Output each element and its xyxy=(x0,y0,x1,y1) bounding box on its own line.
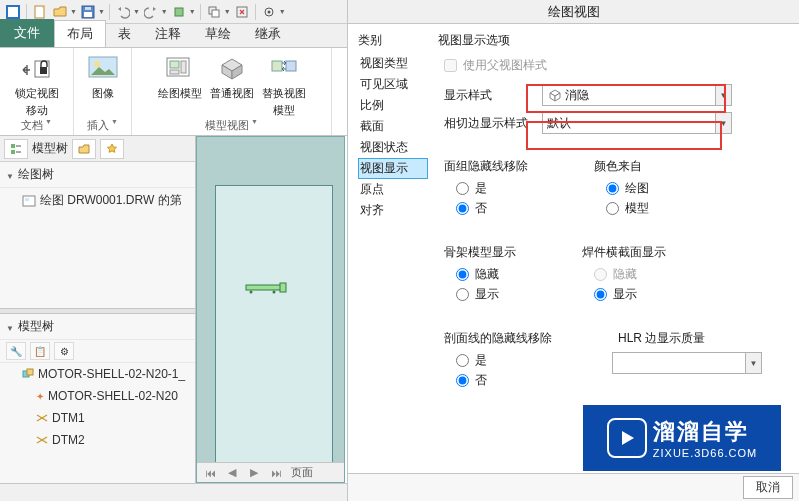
face-hidden-yes-radio[interactable] xyxy=(456,182,469,195)
ribbon-tab-table[interactable]: 表 xyxy=(106,21,143,47)
chevron-down-icon[interactable]: ▼ xyxy=(133,8,140,15)
qat-new-icon[interactable] xyxy=(31,3,49,21)
chevron-down-icon[interactable]: ▼ xyxy=(279,8,286,15)
qat-redo-icon[interactable] xyxy=(142,3,160,21)
color-from-model-radio[interactable] xyxy=(606,202,619,215)
chevron-down-icon[interactable]: ▼ xyxy=(70,8,77,15)
model-glyph-icon xyxy=(244,282,290,294)
nav-page-label[interactable]: 页面 xyxy=(291,465,313,480)
cat-visible-area[interactable]: 可见区域 xyxy=(358,74,428,95)
ribbon-tab-inherit[interactable]: 继承 xyxy=(243,21,293,47)
model-tree-header[interactable]: 模型树 xyxy=(0,314,195,340)
chevron-down-icon[interactable]: ▼ xyxy=(161,8,168,15)
svg-rect-21 xyxy=(11,144,15,148)
qat-settings-icon[interactable] xyxy=(260,3,278,21)
image-icon xyxy=(87,52,119,84)
fav-tab-icon[interactable] xyxy=(100,139,124,159)
skeleton-hide-radio[interactable] xyxy=(456,268,469,281)
swap-model-icon xyxy=(268,52,300,84)
skeleton-title: 骨架模型显示 xyxy=(444,244,516,261)
drawing-item-label: 绘图 DRW0001.DRW 的第 xyxy=(40,192,182,209)
sheet-nav: ⏮ ◀ ▶ ⏭ 页面 xyxy=(197,462,344,482)
hatch-no-radio[interactable] xyxy=(456,374,469,387)
qat-save-icon[interactable] xyxy=(79,3,97,21)
chevron-down-icon[interactable]: ▼ xyxy=(715,113,731,133)
lock-view-move-button[interactable]: 锁定视图 移动 xyxy=(15,52,59,118)
weld-cs-title: 焊件横截面显示 xyxy=(582,244,666,261)
chevron-down-icon[interactable]: ▼ xyxy=(224,8,231,15)
tree-tab-label[interactable]: 模型树 xyxy=(32,140,68,157)
dialog-title: 绘图视图 xyxy=(348,0,799,24)
watermark-brand: 溜溜自学 xyxy=(653,417,749,447)
no-label: 否 xyxy=(475,200,487,217)
use-parent-checkbox[interactable] xyxy=(444,59,457,72)
tangent-style-combo[interactable]: 默认 ▼ xyxy=(542,112,732,134)
nav-prev-icon[interactable]: ◀ xyxy=(225,466,239,479)
qat-blue-square-icon[interactable] xyxy=(4,3,22,21)
qat-undo-icon[interactable] xyxy=(114,3,132,21)
image-label: 图像 xyxy=(92,86,114,101)
tool-2-icon[interactable]: 📋 xyxy=(30,342,50,360)
svg-rect-17 xyxy=(181,61,186,73)
ribbon-tab-sketch[interactable]: 草绘 xyxy=(193,21,243,47)
cancel-button[interactable]: 取消 xyxy=(743,476,793,499)
qat-close-icon[interactable] xyxy=(233,3,251,21)
ribbon-tab-layout[interactable]: 布局 xyxy=(54,20,106,47)
color-from-drawing-radio[interactable] xyxy=(606,182,619,195)
image-button[interactable]: 图像 xyxy=(87,52,119,116)
weld-hide-label: 隐藏 xyxy=(613,266,637,283)
svg-rect-7 xyxy=(212,10,219,17)
weld-show-label: 显示 xyxy=(613,286,637,303)
nav-first-icon[interactable]: ⏮ xyxy=(203,467,217,479)
face-hidden-no-radio[interactable] xyxy=(456,202,469,215)
ribbon-tab-annotate[interactable]: 注释 xyxy=(143,21,193,47)
ribbon-tab-file[interactable]: 文件 xyxy=(0,19,54,47)
cat-origin[interactable]: 原点 xyxy=(358,179,428,200)
cat-scale[interactable]: 比例 xyxy=(358,95,428,116)
tool-3-icon[interactable]: ⚙ xyxy=(54,342,74,360)
tangent-style-row: 相切边显示样式 默认 ▼ xyxy=(444,112,789,134)
weld-hide-radio xyxy=(594,268,607,281)
hatch-yes-label: 是 xyxy=(475,352,487,369)
cat-view-type[interactable]: 视图类型 xyxy=(358,53,428,74)
hlr-combo[interactable]: ▼ xyxy=(612,352,762,374)
hlr-title: HLR 边显示质量 xyxy=(618,330,762,347)
chevron-down-icon[interactable]: ▼ xyxy=(98,8,105,15)
chevron-down-icon[interactable]: ▼ xyxy=(45,118,52,133)
nav-last-icon[interactable]: ⏭ xyxy=(269,467,283,479)
normal-view-button[interactable]: 普通视图 xyxy=(210,52,254,116)
drawing-sheet[interactable] xyxy=(215,185,333,477)
display-style-combo[interactable]: 消隐 ▼ xyxy=(542,84,732,106)
model-tree-asm1[interactable]: MOTOR-SHELL-02-N20-1_ xyxy=(0,363,195,385)
drawing-canvas[interactable]: ⏮ ◀ ▶ ⏭ 页面 xyxy=(196,136,345,483)
cat-view-state[interactable]: 视图状态 xyxy=(358,137,428,158)
model-tree-dtm1[interactable]: DTM1 xyxy=(0,407,195,429)
model-tree-asm2[interactable]: ✦ MOTOR-SHELL-02-N20 xyxy=(0,385,195,407)
tree-tab-icon[interactable] xyxy=(4,139,28,159)
skeleton-show-radio[interactable] xyxy=(456,288,469,301)
chevron-down-icon[interactable]: ▼ xyxy=(189,8,196,15)
qat-windows-icon[interactable] xyxy=(205,3,223,21)
qat-regen-icon[interactable] xyxy=(170,3,188,21)
drawing-tree-item[interactable]: 绘图 DRW0001.DRW 的第 xyxy=(0,188,195,213)
svg-rect-5 xyxy=(175,8,183,16)
nav-next-icon[interactable]: ▶ xyxy=(247,466,261,479)
weld-show-radio[interactable] xyxy=(594,288,607,301)
cat-view-display[interactable]: 视图显示 xyxy=(358,158,428,179)
hatch-yes-radio[interactable] xyxy=(456,354,469,367)
chevron-down-icon[interactable]: ▼ xyxy=(715,85,731,105)
chevron-down-icon[interactable]: ▼ xyxy=(111,118,118,133)
chevron-down-icon[interactable]: ▼ xyxy=(745,353,761,373)
tool-1-icon[interactable]: 🔧 xyxy=(6,342,26,360)
drawing-tree-header[interactable]: 绘图树 xyxy=(0,162,195,188)
chevron-down-icon[interactable]: ▼ xyxy=(251,118,258,133)
qat-open-icon[interactable] xyxy=(51,3,69,21)
cat-section[interactable]: 截面 xyxy=(358,116,428,137)
folder-tab-icon[interactable] xyxy=(72,139,96,159)
model-tree-dtm2[interactable]: DTM2 xyxy=(0,429,195,451)
replace-view-model-button[interactable]: 替换视图 模型 xyxy=(262,52,306,118)
left-tabbar: 模型树 xyxy=(0,136,195,162)
cat-align[interactable]: 对齐 xyxy=(358,200,428,221)
datum-icon xyxy=(36,435,48,445)
drawing-model-button[interactable]: 绘图模型 xyxy=(158,52,202,116)
